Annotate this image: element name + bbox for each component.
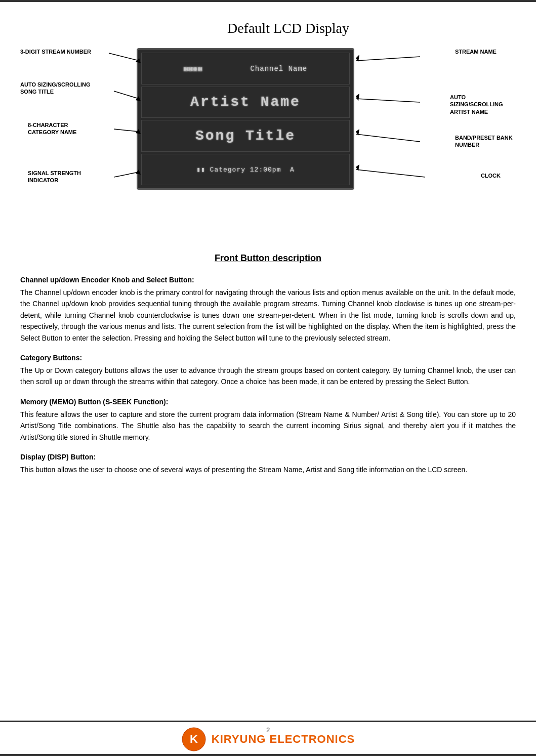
subsection-display-disp-body: This button allows the user to choose on… <box>20 464 516 475</box>
front-button-title: Front Button description <box>20 253 516 264</box>
svg-marker-9 <box>356 55 359 62</box>
svg-line-2 <box>114 91 139 99</box>
page-number: 2 <box>266 726 270 734</box>
lcd-row-2: Artist Name <box>141 87 350 118</box>
label-clock: CLOCK <box>481 172 501 179</box>
label-band-preset: BAND/PRESET BANKNUMBER <box>455 134 516 149</box>
label-auto-sizing-song: AUTO SIZING/SCROLLINGSONG TITLE <box>20 81 91 96</box>
lcd-row-4: ▮▮ Category 12:00pm A <box>141 154 350 186</box>
subsection-memory-memo-title: Memory (MEMO) Button (S-SEEK Function): <box>20 398 516 406</box>
svg-line-12 <box>356 134 420 142</box>
lcd-display: ▦▦▦▦ ​Channel Name Artist Name Song Titl… <box>137 48 354 190</box>
footer: 2 K KIRYUNG ELECTRONICS <box>0 721 536 756</box>
svg-line-10 <box>356 99 420 102</box>
lcd-row-1: ▦▦▦▦ ​Channel Name <box>141 53 350 85</box>
label-signal-strength: SIGNAL STRENGTHINDICATOR <box>28 170 81 184</box>
subsection-category-buttons: Category Buttons: The Up or Down categor… <box>20 354 516 388</box>
svg-text:K: K <box>190 733 198 745</box>
lcd-row-1-text: ▦▦▦▦ ​Channel Name <box>184 64 308 73</box>
subsection-display-disp-title: Display (DISP) Button: <box>20 453 516 461</box>
label-auto-sizing-artist: AUTO SIZING/SCROLLINGARTIST NAME <box>450 94 516 115</box>
lcd-title: Default LCD Display <box>61 20 516 36</box>
lcd-section: Default LCD Display ▦▦▦▦ ​Channel Name A… <box>20 20 516 233</box>
lcd-row-4-text: ▮▮ Category 12:00pm A <box>196 165 295 174</box>
subsection-category-buttons-body: The Up or Down category buttons allows t… <box>20 365 516 388</box>
lcd-row-2-text: Artist Name <box>190 94 301 110</box>
subsection-memory-memo: Memory (MEMO) Button (S-SEEK Function): … <box>20 398 516 443</box>
subsection-channel-encoder-body: The Channel up/down encoder knob is the … <box>20 287 516 344</box>
label-3digit-stream-number: 3-DIGIT STREAM NUMBER <box>20 48 91 55</box>
subsection-channel-encoder: Channel up/down Encoder Knob and Select … <box>20 276 516 344</box>
label-stream-name: STREAM NAME <box>455 48 516 55</box>
svg-line-4 <box>114 129 139 132</box>
svg-line-0 <box>109 53 139 61</box>
lcd-row-3-text: Song Title <box>195 128 296 144</box>
subsection-channel-encoder-title: Channel up/down Encoder Knob and Select … <box>20 276 516 284</box>
front-button-section: Front Button description Channel up/down… <box>20 253 516 475</box>
svg-line-14 <box>356 170 425 177</box>
subsection-category-buttons-title: Category Buttons: <box>20 354 516 362</box>
footer-logo-text: KIRYUNG ELECTRONICS <box>212 733 355 746</box>
svg-marker-13 <box>356 129 359 136</box>
subsection-memory-memo-body: This feature allows the user to capture … <box>20 409 516 443</box>
svg-line-8 <box>356 57 420 61</box>
label-8char-category: 8-CHARACTERCATEGORY NAME <box>28 121 76 136</box>
lcd-row-3: Song Title <box>141 120 350 152</box>
svg-marker-11 <box>356 94 359 101</box>
logo-icon: K <box>181 727 207 752</box>
bottom-border <box>0 754 536 756</box>
svg-marker-15 <box>356 164 359 171</box>
subsection-display-disp: Display (DISP) Button: This button allow… <box>20 453 516 475</box>
svg-line-6 <box>114 172 139 177</box>
